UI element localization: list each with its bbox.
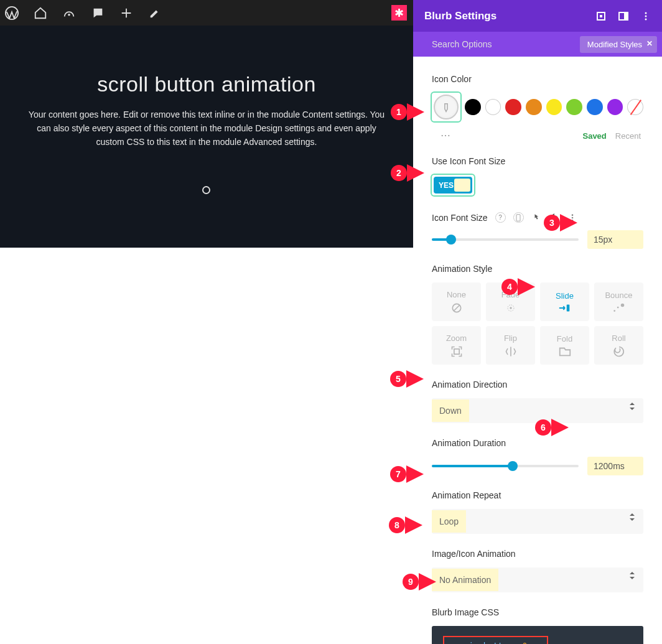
home-icon[interactable] bbox=[34, 6, 47, 20]
animation-direction-label: Animation Direction bbox=[432, 380, 643, 390]
slider-thumb[interactable] bbox=[446, 235, 456, 245]
divi-star-icon[interactable]: ✱ bbox=[391, 5, 407, 21]
current-color-highlight bbox=[432, 93, 460, 121]
svg-rect-17 bbox=[566, 304, 569, 311]
comment-icon[interactable] bbox=[91, 6, 105, 20]
svg-rect-10 bbox=[516, 214, 520, 221]
help-icon[interactable]: ? bbox=[495, 212, 506, 223]
swatch-yellow[interactable] bbox=[546, 99, 562, 115]
svg-rect-21 bbox=[454, 348, 459, 353]
svg-point-1 bbox=[68, 13, 70, 16]
anim-slide[interactable]: Slide bbox=[540, 282, 589, 321]
anim-fold[interactable]: Fold bbox=[540, 326, 589, 365]
tab-saved[interactable]: Saved bbox=[582, 131, 606, 141]
blurb-css-label: Blurb Image CSS bbox=[432, 607, 643, 617]
panel-layout-icon[interactable] bbox=[618, 11, 628, 21]
animation-style-label: Animation Style bbox=[432, 264, 643, 274]
more-colors-icon[interactable]: ⋯ bbox=[441, 129, 452, 141]
gauge-icon[interactable] bbox=[62, 6, 76, 20]
preview-title[interactable]: scroll button animation bbox=[0, 72, 413, 96]
icon-font-size-value[interactable]: 15px bbox=[587, 230, 643, 249]
panel-body: Icon Color ⋯ Saved Recent bbox=[413, 57, 662, 644]
swatch-transparent[interactable] bbox=[627, 99, 643, 115]
edit-icon[interactable] bbox=[148, 6, 162, 20]
callout-3: 3 bbox=[544, 214, 577, 231]
callout-1: 1 bbox=[391, 103, 424, 121]
toggle-highlight: YES bbox=[432, 175, 474, 195]
svg-point-7 bbox=[645, 12, 647, 14]
toggle-label-yes: YES bbox=[439, 181, 454, 190]
swatch-green[interactable] bbox=[566, 99, 582, 115]
color-swatch-row bbox=[432, 93, 643, 121]
search-bar: Modified Styles bbox=[413, 32, 662, 57]
use-icon-font-size-toggle[interactable]: YES bbox=[434, 177, 472, 194]
css-value: 0px bbox=[522, 641, 536, 644]
callout-8: 8 bbox=[389, 516, 422, 534]
panel-title: Blurb Settings bbox=[424, 10, 496, 22]
anim-roll[interactable]: Roll bbox=[594, 326, 643, 365]
toggle-knob bbox=[454, 179, 470, 192]
swatch-purple[interactable] bbox=[607, 99, 623, 115]
icon-animation-value: No Animation bbox=[432, 569, 498, 591]
swatch-red[interactable] bbox=[505, 99, 521, 115]
animation-duration-slider[interactable] bbox=[432, 465, 579, 467]
swatch-orange[interactable] bbox=[526, 99, 542, 115]
svg-rect-4 bbox=[600, 15, 602, 17]
animation-duration-value[interactable]: 1200ms bbox=[587, 457, 643, 475]
svg-point-15 bbox=[510, 307, 511, 309]
anim-none[interactable]: None bbox=[432, 282, 481, 321]
more-icon[interactable] bbox=[641, 11, 651, 21]
svg-point-19 bbox=[617, 306, 618, 308]
anim-flip[interactable]: Flip bbox=[486, 326, 535, 365]
hover-icon[interactable] bbox=[531, 212, 542, 223]
slider-thumb[interactable] bbox=[508, 461, 518, 471]
animation-repeat-label: Animation Repeat bbox=[432, 490, 643, 500]
panel-header: Blurb Settings bbox=[413, 0, 662, 32]
page-preview: scroll button animation Your content goe… bbox=[0, 26, 413, 248]
icon-animation-select[interactable]: No Animation bbox=[432, 567, 643, 592]
color-picker-button[interactable] bbox=[434, 95, 459, 119]
swatch-white[interactable] bbox=[485, 99, 501, 115]
swatch-blue[interactable] bbox=[587, 99, 603, 115]
callout-5: 5 bbox=[390, 370, 424, 388]
swatch-black[interactable] bbox=[465, 99, 481, 115]
modified-styles-filter[interactable]: Modified Styles bbox=[580, 36, 657, 53]
scroll-indicator-icon[interactable] bbox=[202, 186, 210, 194]
icon-font-size-label: Icon Font Size bbox=[432, 213, 488, 223]
icon-animation-label: Image/Icon Animation bbox=[432, 549, 643, 559]
callout-9: 9 bbox=[403, 573, 436, 590]
svg-point-8 bbox=[645, 15, 647, 17]
animation-style-grid: None Fade Slide Bounce Zoom Flip Fold Ro… bbox=[432, 282, 643, 365]
phone-icon[interactable] bbox=[513, 212, 524, 223]
css-property: margin-bottom bbox=[449, 641, 513, 644]
animation-repeat-value: Loop bbox=[432, 510, 466, 533]
icon-font-size-slider[interactable] bbox=[432, 238, 579, 241]
anim-zoom[interactable]: Zoom bbox=[432, 326, 481, 365]
tab-recent[interactable]: Recent bbox=[615, 131, 641, 141]
animation-repeat-select[interactable]: Loop bbox=[432, 509, 643, 534]
svg-point-20 bbox=[620, 303, 624, 307]
header-actions bbox=[596, 11, 651, 21]
animation-duration-label: Animation Duration bbox=[432, 438, 643, 448]
svg-point-9 bbox=[645, 18, 647, 20]
css-highlight-box: margin-bottom: 0px; bbox=[443, 636, 548, 644]
svg-rect-6 bbox=[624, 12, 628, 20]
settings-panel: Blurb Settings Modified Styles Icon Colo… bbox=[413, 0, 662, 644]
wp-admin-toolbar: ✱ bbox=[0, 0, 413, 26]
plus-icon[interactable] bbox=[119, 6, 133, 20]
callout-2: 2 bbox=[391, 164, 424, 182]
callout-6: 6 bbox=[535, 419, 569, 436]
anim-bounce[interactable]: Bounce bbox=[594, 282, 643, 321]
expand-icon[interactable] bbox=[596, 11, 606, 21]
use-icon-font-size-label: Use Icon Font Size bbox=[432, 156, 643, 166]
preview-body-text[interactable]: Your content goes here. Edit or remove t… bbox=[26, 108, 387, 149]
icon-color-label: Icon Color bbox=[432, 74, 643, 84]
callout-4: 4 bbox=[501, 278, 535, 296]
svg-point-18 bbox=[613, 310, 615, 312]
blurb-css-editor[interactable]: margin-bottom: 0px; bbox=[432, 626, 643, 644]
animation-direction-value: Down bbox=[432, 399, 469, 422]
callout-7: 7 bbox=[390, 465, 424, 483]
search-input[interactable] bbox=[432, 39, 541, 49]
wordpress-icon[interactable] bbox=[5, 6, 19, 20]
